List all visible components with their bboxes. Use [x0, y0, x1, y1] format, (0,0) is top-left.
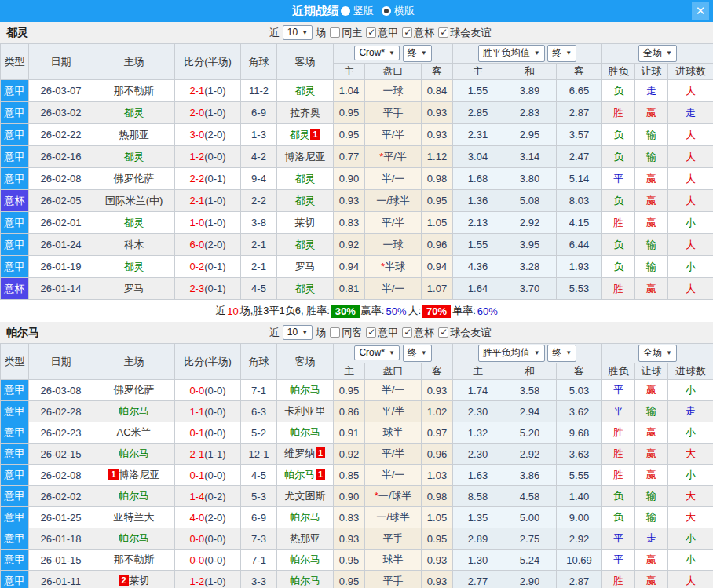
near-label: 近: [269, 26, 280, 40]
let-ball-result: 输: [635, 507, 668, 528]
home-team: 那不勒斯: [114, 85, 155, 97]
friendly-checkbox[interactable]: [438, 327, 448, 338]
friendly-checkbox[interactable]: [438, 27, 448, 38]
away-team: 帕尔马: [284, 469, 315, 480]
mean-type-select[interactable]: 胜平负均值: [478, 45, 545, 62]
red-card-badge: 1: [316, 469, 325, 480]
goals-result: 小: [668, 465, 713, 486]
score-cell: 1-0(1-0): [175, 212, 241, 234]
score-cell: 0-1(0-0): [175, 465, 241, 486]
home-team: 都灵: [124, 217, 144, 228]
mean-away: 5.03: [557, 380, 602, 401]
odds-group-header: Crow* 终: [334, 344, 453, 363]
same-home-checkbox[interactable]: [330, 27, 340, 38]
final-odds-select[interactable]: 终: [403, 45, 432, 62]
odds-away: 1.05: [422, 507, 453, 528]
handicap: 平手: [365, 102, 422, 124]
match-date: 26-01-18: [29, 528, 93, 550]
corner-count: 11-2: [241, 80, 277, 102]
serie-a-checkbox[interactable]: [366, 327, 376, 338]
result-badge: 胜: [602, 465, 635, 486]
match-date: 26-02-05: [29, 190, 93, 212]
away-team-cell: 帕尔马: [277, 550, 334, 571]
league-badge: 意甲: [1, 124, 29, 146]
final-odds-select[interactable]: 终: [403, 345, 432, 362]
league-badge: 意甲: [1, 212, 29, 234]
league-badge: 意杯: [1, 190, 29, 212]
mean-home: 2.77: [453, 571, 503, 588]
match-date: 26-01-19: [29, 256, 93, 278]
mean-type-select[interactable]: 胜平负均值: [478, 345, 545, 362]
half-score: (0-0): [204, 427, 225, 439]
away-team-cell: 尤文图斯: [277, 486, 334, 507]
cup-checkbox[interactable]: [402, 27, 412, 38]
match-count-select[interactable]: 10: [283, 25, 313, 40]
corner-count: 9-4: [241, 168, 277, 190]
full-score: 2-1: [189, 448, 204, 460]
score-cell: 4-0(2-0): [175, 507, 241, 528]
match-date: 26-02-23: [29, 422, 93, 444]
home-team-cell: 帕尔马: [93, 401, 175, 422]
home-team: 帕尔马: [119, 490, 149, 502]
col-home: 主场: [93, 344, 175, 380]
col-odds-away: 客: [422, 363, 453, 380]
mean-home: 2.31: [453, 124, 503, 146]
bookmaker-select[interactable]: Crow*: [354, 345, 400, 360]
col-handicap: 盘口: [365, 363, 422, 380]
col-odds-home: 主: [334, 64, 365, 80]
home-team-cell: 亚特兰大: [93, 507, 175, 528]
away-team: 都灵: [295, 195, 316, 206]
bookmaker-select[interactable]: Crow*: [354, 46, 400, 60]
parma-table: 类型 日期 主场 比分(半场) 角球 客场 Crow* 终 胜平负均值 终 全场…: [0, 343, 713, 588]
odds-home: 0.91: [334, 422, 365, 444]
corner-count: 6-3: [241, 401, 277, 422]
full-score: 2-1: [189, 85, 204, 97]
handicap-text: 一球: [383, 85, 404, 97]
half-score: (0-1): [204, 261, 225, 272]
score-cell: 0-0(0-0): [175, 380, 241, 401]
result-badge: 负: [602, 256, 635, 278]
result-badge: 负: [602, 80, 635, 102]
big-rate-badge: 70%: [422, 305, 451, 318]
col-let-ball: 让球: [635, 363, 668, 380]
mean-home: 1.32: [453, 422, 503, 444]
serie-a-label: 意甲: [378, 26, 398, 40]
mean-home: 2.85: [453, 102, 503, 124]
half-score: (0-0): [204, 554, 225, 566]
scope-select[interactable]: 全场: [638, 345, 677, 362]
home-team-cell: 帕尔马: [93, 444, 175, 465]
corner-count: 4-5: [241, 278, 277, 300]
let-ball-result: 赢: [635, 102, 668, 124]
match-date: 26-02-01: [29, 212, 93, 234]
corner-count: 3-3: [241, 571, 277, 588]
let-ball-result: 赢: [635, 380, 668, 401]
col-result: 胜负: [602, 363, 635, 380]
same-away-checkbox[interactable]: [330, 327, 340, 338]
final-mean-select[interactable]: 终: [547, 45, 576, 62]
vertical-layout-radio[interactable]: [341, 6, 350, 16]
goals-result: 大: [668, 146, 713, 168]
let-ball-result: 输: [635, 234, 668, 256]
mean-draw: 4.58: [503, 486, 557, 507]
match-date: 26-02-02: [29, 486, 93, 507]
match-count-select[interactable]: 10: [283, 325, 313, 340]
league-badge: 意甲: [1, 465, 29, 486]
scope-select[interactable]: 全场: [638, 45, 677, 62]
close-icon[interactable]: ✕: [692, 2, 709, 20]
horizontal-layout-radio[interactable]: [382, 6, 391, 16]
corner-count: 3-8: [241, 212, 277, 234]
match-row: 意甲26-02-16都灵1-2(0-0)4-2博洛尼亚0.77*平/半1.123…: [1, 146, 713, 168]
half-score: (0-0): [204, 406, 225, 418]
league-badge: 意甲: [1, 444, 29, 465]
result-badge: 胜: [602, 102, 635, 124]
home-team: 莱切: [130, 575, 150, 586]
serie-a-checkbox[interactable]: [366, 27, 376, 38]
mean-away: 8.03: [557, 190, 602, 212]
half-score: (2-0): [204, 129, 225, 141]
match-row: 意甲26-02-02帕尔马1-4(0-2)5-3尤文图斯0.90*一/球半0.9…: [1, 486, 713, 507]
mean-away: 3.63: [557, 444, 602, 465]
let-ball-result: 赢: [635, 422, 668, 444]
final-mean-select[interactable]: 终: [547, 345, 576, 362]
handicap: 半/一: [365, 465, 422, 486]
cup-checkbox[interactable]: [402, 327, 412, 338]
